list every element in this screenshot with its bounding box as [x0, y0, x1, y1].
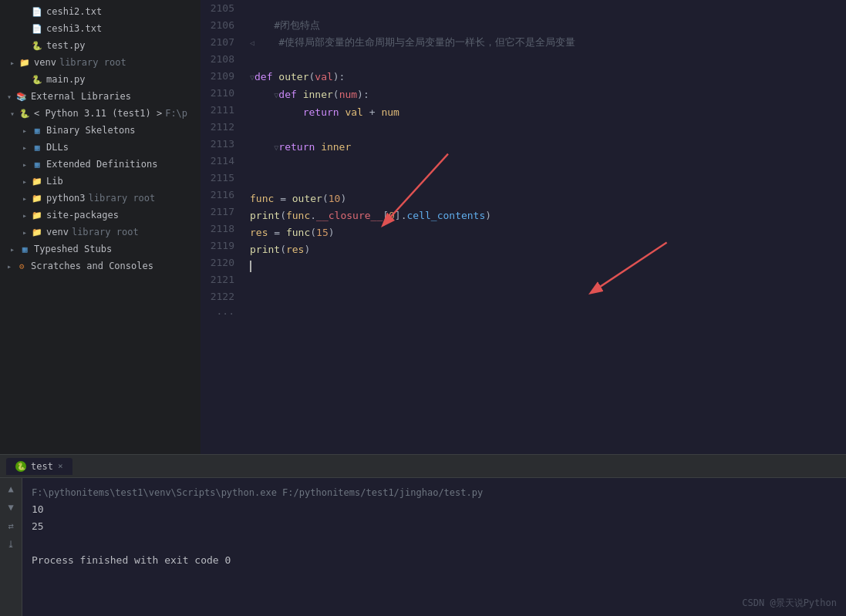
- editor-area: 📄 ceshi2.txt 📄 ceshi3.txt 🐍 test.py 📁: [0, 0, 846, 454]
- terminal-scroll-button[interactable]: ⤓: [3, 537, 19, 552]
- punc: [: [383, 210, 389, 221]
- punc: ): [304, 244, 310, 255]
- tree-arrow-python3[interactable]: [19, 192, 31, 204]
- comment: #闭包特点: [274, 19, 320, 31]
- sidebar-item-label: venv: [34, 57, 56, 68]
- tree-arrow-dlls[interactable]: [19, 141, 31, 153]
- tree-arrow-lib[interactable]: [19, 175, 31, 187]
- sidebar-item-typeshed[interactable]: ▦ Typeshed Stubs: [0, 241, 201, 258]
- terminal-tab-test[interactable]: 🐍 test ×: [6, 458, 72, 475]
- number: 15: [316, 227, 329, 238]
- tree-arrow-venv2[interactable]: [19, 226, 31, 238]
- sidebar-item-label: site-packages: [46, 210, 119, 220]
- code-line-2114: [250, 157, 840, 173]
- var-inner: inner: [321, 141, 351, 153]
- sidebar: 📄 ceshi2.txt 📄 ceshi3.txt 🐍 test.py 📁: [0, 0, 201, 454]
- dll-icon: ▦: [31, 141, 43, 153]
- code-line-2113: ▽return inner: [250, 139, 840, 157]
- sidebar-item-lib[interactable]: 📁 Lib: [0, 173, 201, 190]
- code-editor: 2105 2106 2107 2108 2109 2110 2111 2112 …: [201, 0, 846, 454]
- terminal-wrap-button[interactable]: ⇄: [3, 518, 19, 534]
- sidebar-item-extra: library root: [59, 57, 126, 68]
- sidebar-item-label: ceshi2.txt: [46, 6, 102, 17]
- code-line-ellipsis: [250, 309, 840, 326]
- tree-arrow-typeshed[interactable]: [6, 243, 19, 255]
- folder-icon: 📁: [31, 175, 43, 187]
- code-content: 2105 2106 2107 2108 2109 2110 2111 2112 …: [201, 0, 846, 454]
- var-res: res: [286, 244, 304, 255]
- op-assign: =: [268, 227, 285, 238]
- terminal-down-button[interactable]: ▼: [3, 500, 19, 515]
- sidebar-item-binary-skeletons[interactable]: ▦ Binary Skeletons: [0, 122, 201, 139]
- sidebar-item-venv[interactable]: 📁 venv library root: [0, 54, 201, 71]
- terminal-content-row: ▲ ▼ ⇄ ⤓ F:\pythonitems\test1\venv\Script…: [0, 478, 846, 616]
- sidebar-item-mainpy[interactable]: 🐍 main.py: [0, 71, 201, 88]
- sidebar-item-scratches[interactable]: ⚙ Scratches and Consoles: [0, 258, 201, 274]
- sidebar-item-venv2[interactable]: 📁 venv library root: [0, 224, 201, 241]
- sidebar-item-dlls[interactable]: ▦ DLLs: [0, 139, 201, 156]
- line-number: 2117: [207, 204, 234, 220]
- tree-arrow: [19, 39, 31, 52]
- sidebar-item-extended-definitions[interactable]: ▦ Extended Definitions: [0, 156, 201, 173]
- file-txt-icon: 📄: [31, 22, 43, 35]
- sidebar-item-label: venv: [46, 227, 69, 237]
- typeshed-icon: ▦: [19, 243, 31, 255]
- code-line-2116: func = outer(10): [250, 190, 840, 207]
- code-line-2107: ◁ #使得局部变量的生命周期与全局变量的一样长，但它不是全局变量: [250, 34, 840, 52]
- punc: (: [280, 244, 286, 255]
- tree-arrow-site[interactable]: [19, 209, 31, 221]
- line-number: 2121: [207, 271, 234, 288]
- function-call: outer: [292, 193, 322, 204]
- file-txt-icon: 📄: [31, 5, 43, 18]
- attr-closure: __closure__: [316, 210, 383, 221]
- keyword-def: def: [254, 71, 278, 82]
- sidebar-item-label: main.py: [46, 74, 86, 85]
- tree-arrow-ext-libs[interactable]: [3, 90, 15, 103]
- tree-arrow: [19, 73, 31, 86]
- function-name: outer: [278, 71, 308, 82]
- terminal-output[interactable]: F:\pythonitems\test1\venv\Scripts\python…: [22, 478, 846, 616]
- code-line-2109: ▽def outer(val):: [250, 69, 840, 86]
- code-line-2119: print(res): [250, 241, 840, 258]
- sidebar-item-python3[interactable]: 📁 python3 library root: [0, 190, 201, 207]
- tree-arrow-binary[interactable]: [19, 124, 31, 136]
- sidebar-item-label: < Python 3.11 (test1) >: [34, 108, 162, 119]
- line-number: 2113: [207, 136, 234, 153]
- line-number: ···: [207, 305, 234, 322]
- line-number: 2114: [207, 153, 234, 170]
- sidebar-item-ceshi3[interactable]: 📄 ceshi3.txt: [0, 20, 201, 37]
- sidebar-item-ceshi2[interactable]: 📄 ceshi2.txt: [0, 3, 201, 20]
- code-wrapper: #闭包特点 ◁ #使得局部变量的生命周期与全局变量的一样长，但它不是全局变量 ▽…: [244, 0, 846, 454]
- library-icon: 📚: [15, 90, 28, 103]
- keyword-return: return: [278, 141, 321, 153]
- line-number: 2112: [207, 119, 234, 136]
- folder-icon: 📁: [31, 209, 43, 221]
- tree-arrow-scratches[interactable]: [3, 260, 15, 272]
- sidebar-item-python311[interactable]: 🐍 < Python 3.11 (test1) > F:\p: [0, 105, 201, 122]
- code-line-2121: [250, 275, 840, 292]
- line-number: 2122: [207, 288, 234, 305]
- sidebar-item-site-packages[interactable]: 📁 site-packages: [0, 207, 201, 224]
- sidebar-item-external-libraries[interactable]: 📚 External Libraries: [0, 88, 201, 105]
- sidebar-item-label: External Libraries: [31, 91, 131, 102]
- line-number: 2119: [207, 237, 234, 254]
- tree-arrow-ext-defs[interactable]: [19, 158, 31, 170]
- folder-icon: 📁: [19, 56, 31, 69]
- python-icon: 🐍: [19, 107, 31, 119]
- keyword-def: def: [278, 89, 302, 100]
- number: 10: [329, 193, 341, 204]
- tree-arrow-python[interactable]: [6, 107, 19, 119]
- terminal-up-button[interactable]: ▲: [3, 481, 19, 497]
- line-number: 2106: [207, 17, 234, 34]
- terminal-toolbar: ▲ ▼ ⇄ ⤓: [0, 478, 22, 616]
- cursor: [250, 261, 258, 272]
- tab-close-button[interactable]: ×: [58, 461, 63, 471]
- tree-arrow-venv[interactable]: [6, 56, 19, 69]
- param: val: [315, 71, 332, 82]
- line-number: 2110: [207, 85, 234, 102]
- line-number: 2118: [207, 220, 234, 237]
- var-func2: func: [286, 210, 310, 221]
- line-number: 2105: [207, 0, 234, 17]
- sidebar-item-testpy[interactable]: 🐍 test.py: [0, 37, 201, 54]
- code-lines[interactable]: #闭包特点 ◁ #使得局部变量的生命周期与全局变量的一样长，但它不是全局变量 ▽…: [244, 0, 846, 326]
